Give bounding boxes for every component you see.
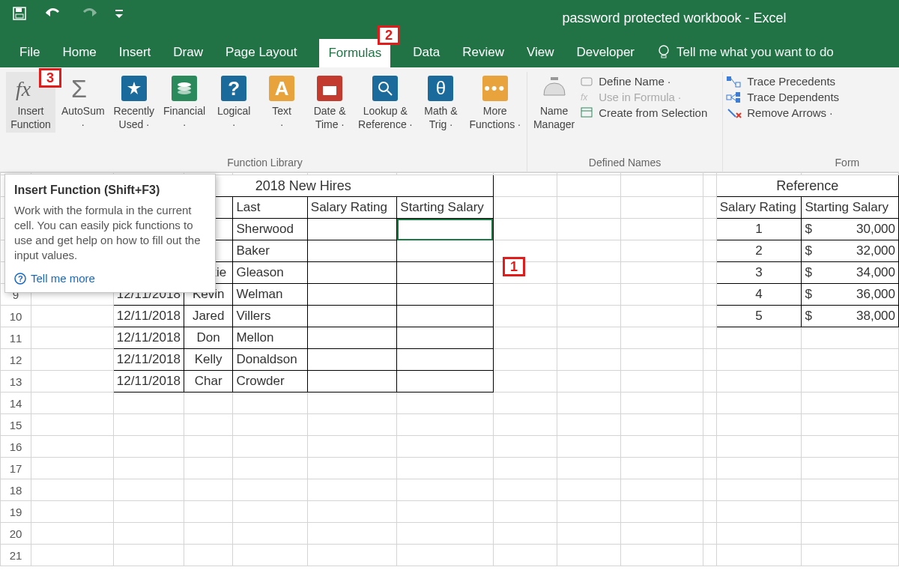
cell[interactable]: 12/11/2018 [113,349,184,371]
tab-review[interactable]: Review [462,37,504,67]
cell[interactable] [31,436,114,458]
cell[interactable] [31,371,114,392]
cell[interactable] [716,371,802,392]
cell[interactable]: Kelly [184,349,232,371]
cell[interactable]: 18 [1,479,31,501]
cell[interactable] [31,349,114,371]
cell[interactable] [307,392,396,414]
cell[interactable]: 3 [716,262,802,284]
cell[interactable] [621,458,703,479]
cell[interactable] [233,545,307,566]
cell[interactable]: 12/11/2018 [113,327,184,349]
cell[interactable] [113,501,184,523]
cell[interactable] [621,349,703,371]
cell[interactable] [397,327,494,349]
cell[interactable] [716,327,802,349]
cell[interactable] [31,306,114,327]
active-cell[interactable] [397,219,494,240]
cell[interactable] [233,523,307,545]
cell[interactable] [31,501,114,523]
cell[interactable] [493,414,557,436]
cell[interactable] [307,371,396,392]
cell[interactable] [184,545,232,566]
cell[interactable] [621,392,703,414]
cell[interactable] [233,501,307,523]
cell[interactable] [307,219,396,240]
cell[interactable] [557,545,621,566]
cell[interactable]: 5 [716,306,802,327]
cell[interactable]: 13 [1,371,31,392]
cell[interactable] [557,306,621,327]
tab-file[interactable]: File [19,37,40,67]
cell[interactable] [557,501,621,523]
cell[interactable] [557,392,621,414]
cell[interactable] [703,414,716,436]
cell[interactable] [493,175,557,197]
cell[interactable]: 1 [716,219,802,240]
cell[interactable] [716,545,802,566]
cell[interactable] [802,327,899,349]
cell[interactable] [703,197,716,219]
cell[interactable] [557,349,621,371]
cell[interactable] [31,523,114,545]
cell[interactable] [113,458,184,479]
cell[interactable] [703,306,716,327]
date-time-button[interactable]: Date & Time · [307,72,352,133]
cell[interactable] [557,327,621,349]
cell[interactable] [802,479,899,501]
cell[interactable] [557,219,621,240]
cell[interactable]: Villers [233,306,307,327]
cell[interactable] [184,479,232,501]
cell[interactable] [802,371,899,392]
recently-used-button[interactable]: Recently Used · [111,72,157,133]
cell[interactable] [716,436,802,458]
cell[interactable] [716,414,802,436]
cell[interactable]: 12 [1,349,31,371]
cell[interactable] [621,219,703,240]
name-manager-button[interactable]: Name Manager [530,72,578,133]
cell[interactable] [703,262,716,284]
financial-button[interactable]: Financial · [160,72,208,133]
cell[interactable] [557,197,621,219]
cell[interactable] [621,414,703,436]
cell[interactable] [31,327,114,349]
cell[interactable]: 17 [1,458,31,479]
cell[interactable]: Char [184,371,232,392]
cell[interactable] [703,219,716,240]
cell[interactable]: Last [233,197,307,219]
cell[interactable] [233,392,307,414]
cell[interactable] [703,284,716,306]
cell[interactable] [307,240,396,262]
cell[interactable] [621,545,703,566]
cell[interactable]: Welman [233,284,307,306]
cell[interactable] [621,240,703,262]
trace-dependents-button[interactable]: Trace Dependents [726,91,861,103]
cell[interactable] [307,284,396,306]
cell[interactable] [397,545,494,566]
cell[interactable] [716,523,802,545]
cell[interactable]: 15 [1,414,31,436]
cell[interactable] [621,284,703,306]
cell[interactable] [397,284,494,306]
cell[interactable] [716,349,802,371]
tab-view[interactable]: View [527,37,554,67]
cell[interactable] [557,284,621,306]
cell[interactable] [703,458,716,479]
cell[interactable] [31,545,114,566]
cell[interactable]: 14 [1,392,31,414]
cell[interactable] [621,501,703,523]
tell-me-search[interactable]: Tell me what you want to do [657,44,834,61]
tab-draw[interactable]: Draw [173,37,203,67]
cell[interactable] [233,458,307,479]
cell[interactable] [233,436,307,458]
cell[interactable]: Crowder [233,371,307,392]
cell[interactable] [307,349,396,371]
cell[interactable] [703,545,716,566]
cell[interactable]: 16 [1,436,31,458]
cell[interactable]: 19 [1,501,31,523]
cell[interactable] [113,545,184,566]
cell[interactable] [493,436,557,458]
cell[interactable] [802,523,899,545]
cell[interactable] [397,262,494,284]
cell[interactable] [493,219,557,240]
